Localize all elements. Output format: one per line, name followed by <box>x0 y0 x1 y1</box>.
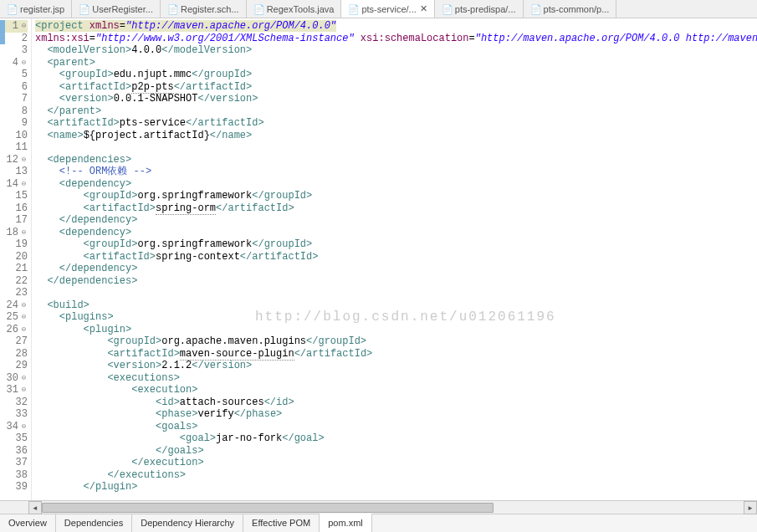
tab-overview[interactable]: Overview <box>0 514 56 532</box>
scroll-right-arrow[interactable]: ► <box>744 501 757 514</box>
tab-pom-xml[interactable]: pom.xml <box>320 514 372 532</box>
tab-dependencies[interactable]: Dependencies <box>56 514 132 532</box>
code-content[interactable]: <project xmlns="http://maven.apache.org/… <box>32 18 757 500</box>
tab-pts-predispа[interactable]: 📄pts-predispa/... <box>435 0 524 18</box>
editor-tabs-top: 📄register.jsp 📄UserRegister... 📄Register… <box>0 0 757 18</box>
scroll-thumb[interactable] <box>42 503 494 513</box>
scroll-left-arrow[interactable]: ◄ <box>28 501 42 514</box>
horizontal-scrollbar[interactable]: ◄ ► <box>0 500 757 514</box>
tab-pts-common[interactable]: 📄pts-common/p... <box>524 0 617 18</box>
tab-effective-pom[interactable]: Effective POM <box>243 514 320 532</box>
tab-regextools[interactable]: 📄RegexTools.java <box>247 0 342 18</box>
tab-register-jsp[interactable]: 📄register.jsp <box>0 0 72 18</box>
line-gutter: 1⊖ 2 3 4⊖ 5 6 7 8 9 10 11 12⊖ 13 14⊖ 15 … <box>0 18 32 500</box>
tab-dependency-hierarchy[interactable]: Dependency Hierarchy <box>132 514 243 532</box>
pom-editor-tabs: Overview Dependencies Dependency Hierarc… <box>0 514 757 532</box>
tab-registersch[interactable]: 📄Register.sch... <box>161 0 247 18</box>
tab-userregister[interactable]: 📄UserRegister... <box>72 0 161 18</box>
xml-editor[interactable]: http://blog.csdn.net/u012061196 1⊖ 2 3 4… <box>0 18 757 500</box>
tab-pts-service[interactable]: 📄pts-service/... ✕ <box>341 0 434 18</box>
